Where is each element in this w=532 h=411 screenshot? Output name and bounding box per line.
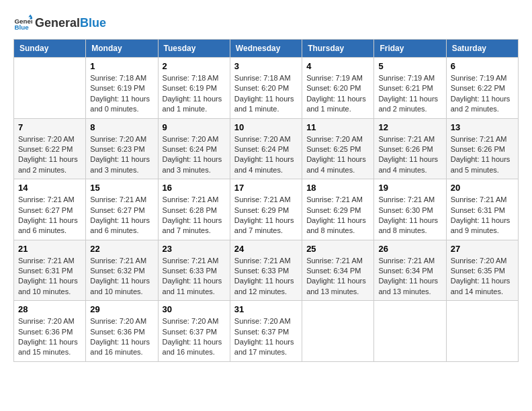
sunset-text: Sunset: 6:30 PM xyxy=(378,205,441,216)
sunrise-text: Sunrise: 7:18 AM xyxy=(163,73,226,83)
sunrise-text: Sunrise: 7:21 AM xyxy=(18,195,81,205)
sunset-text: Sunset: 6:20 PM xyxy=(306,83,369,93)
daylight-text: Daylight: 11 hours and 2 minutes. xyxy=(18,154,81,175)
calendar-cell: 7 Sunrise: 7:20 AM Sunset: 6:22 PM Dayli… xyxy=(14,118,86,179)
daylight-text: Daylight: 11 hours and 4 minutes. xyxy=(306,154,369,175)
calendar-cell xyxy=(446,301,518,362)
calendar-cell: 31 Sunrise: 7:20 AM Sunset: 6:37 PM Dayl… xyxy=(230,301,302,362)
sunrise-text: Sunrise: 7:18 AM xyxy=(234,73,298,83)
day-number: 13 xyxy=(451,122,514,132)
calendar-cell: 29 Sunrise: 7:20 AM Sunset: 6:36 PM Dayl… xyxy=(86,301,158,362)
daylight-text: Daylight: 11 hours and 2 minutes. xyxy=(378,94,441,115)
col-header-tuesday: Tuesday xyxy=(158,40,230,58)
sunset-text: Sunset: 6:26 PM xyxy=(378,144,441,154)
calendar-cell: 24 Sunrise: 7:21 AM Sunset: 6:33 PM Dayl… xyxy=(230,240,302,301)
sunrise-text: Sunrise: 7:20 AM xyxy=(18,316,81,326)
daylight-text: Daylight: 11 hours and 10 minutes. xyxy=(90,276,153,297)
calendar-cell: 22 Sunrise: 7:21 AM Sunset: 6:32 PM Dayl… xyxy=(86,240,158,301)
sunset-text: Sunset: 6:19 PM xyxy=(90,83,153,93)
sunset-text: Sunset: 6:33 PM xyxy=(163,266,226,276)
day-number: 8 xyxy=(90,122,153,132)
day-number: 3 xyxy=(234,61,298,71)
sunrise-text: Sunrise: 7:19 AM xyxy=(378,73,441,83)
day-info: Sunrise: 7:21 AM Sunset: 6:32 PM Dayligh… xyxy=(90,256,153,298)
sunrise-text: Sunrise: 7:20 AM xyxy=(163,316,226,326)
calendar-cell: 27 Sunrise: 7:20 AM Sunset: 6:35 PM Dayl… xyxy=(446,240,518,301)
col-header-thursday: Thursday xyxy=(302,40,374,58)
calendar-cell: 2 Sunrise: 7:18 AM Sunset: 6:19 PM Dayli… xyxy=(158,58,230,119)
calendar-cell: 9 Sunrise: 7:20 AM Sunset: 6:24 PM Dayli… xyxy=(158,118,230,179)
daylight-text: Daylight: 11 hours and 4 minutes. xyxy=(234,154,298,175)
svg-text:Blue: Blue xyxy=(14,24,29,31)
daylight-text: Daylight: 11 hours and 0 minutes. xyxy=(90,94,153,115)
day-info: Sunrise: 7:21 AM Sunset: 6:33 PM Dayligh… xyxy=(163,256,226,298)
calendar-cell: 28 Sunrise: 7:20 AM Sunset: 6:36 PM Dayl… xyxy=(14,301,86,362)
day-info: Sunrise: 7:19 AM Sunset: 6:22 PM Dayligh… xyxy=(451,73,514,115)
calendar-week-1: 1 Sunrise: 7:18 AM Sunset: 6:19 PM Dayli… xyxy=(14,58,519,119)
day-info: Sunrise: 7:21 AM Sunset: 6:31 PM Dayligh… xyxy=(451,195,514,236)
calendar-cell: 19 Sunrise: 7:21 AM Sunset: 6:30 PM Dayl… xyxy=(374,179,446,240)
calendar-week-3: 14 Sunrise: 7:21 AM Sunset: 6:27 PM Dayl… xyxy=(14,179,519,240)
daylight-text: Daylight: 11 hours and 3 minutes. xyxy=(163,154,226,175)
logo: General Blue General Blue xyxy=(13,13,106,32)
sunset-text: Sunset: 6:34 PM xyxy=(378,266,441,276)
day-info: Sunrise: 7:21 AM Sunset: 6:26 PM Dayligh… xyxy=(451,134,514,176)
sunset-text: Sunset: 6:28 PM xyxy=(163,205,226,216)
sunrise-text: Sunrise: 7:20 AM xyxy=(234,316,298,326)
calendar-week-2: 7 Sunrise: 7:20 AM Sunset: 6:22 PM Dayli… xyxy=(14,118,519,179)
daylight-text: Daylight: 11 hours and 7 minutes. xyxy=(163,216,226,236)
day-number: 18 xyxy=(306,183,369,193)
daylight-text: Daylight: 11 hours and 6 minutes. xyxy=(18,216,81,236)
logo-icon: General Blue xyxy=(13,13,32,32)
day-info: Sunrise: 7:18 AM Sunset: 6:19 PM Dayligh… xyxy=(90,73,153,115)
sunset-text: Sunset: 6:22 PM xyxy=(18,144,81,154)
day-info: Sunrise: 7:21 AM Sunset: 6:27 PM Dayligh… xyxy=(90,195,153,236)
calendar-cell: 8 Sunrise: 7:20 AM Sunset: 6:23 PM Dayli… xyxy=(86,118,158,179)
calendar-cell: 20 Sunrise: 7:21 AM Sunset: 6:31 PM Dayl… xyxy=(446,179,518,240)
day-number: 26 xyxy=(378,244,441,254)
day-info: Sunrise: 7:21 AM Sunset: 6:26 PM Dayligh… xyxy=(378,134,441,176)
sunset-text: Sunset: 6:20 PM xyxy=(234,83,298,93)
sunrise-text: Sunrise: 7:21 AM xyxy=(90,195,153,205)
calendar-cell xyxy=(374,301,446,362)
day-number: 1 xyxy=(90,61,153,71)
daylight-text: Daylight: 11 hours and 1 minute. xyxy=(306,94,369,115)
day-info: Sunrise: 7:21 AM Sunset: 6:29 PM Dayligh… xyxy=(234,195,298,236)
sunset-text: Sunset: 6:29 PM xyxy=(234,205,298,216)
calendar-cell: 11 Sunrise: 7:20 AM Sunset: 6:25 PM Dayl… xyxy=(302,118,374,179)
sunset-text: Sunset: 6:32 PM xyxy=(90,266,153,276)
daylight-text: Daylight: 11 hours and 16 minutes. xyxy=(90,337,153,358)
day-info: Sunrise: 7:20 AM Sunset: 6:37 PM Dayligh… xyxy=(234,316,298,358)
daylight-text: Daylight: 11 hours and 8 minutes. xyxy=(378,216,441,236)
day-number: 30 xyxy=(163,304,226,314)
day-info: Sunrise: 7:20 AM Sunset: 6:36 PM Dayligh… xyxy=(18,316,81,358)
sunrise-text: Sunrise: 7:21 AM xyxy=(306,256,369,266)
day-number: 25 xyxy=(306,244,369,254)
sunrise-text: Sunrise: 7:20 AM xyxy=(163,134,226,144)
daylight-text: Daylight: 11 hours and 11 minutes. xyxy=(163,276,226,297)
daylight-text: Daylight: 11 hours and 9 minutes. xyxy=(451,216,514,236)
sunrise-text: Sunrise: 7:21 AM xyxy=(378,195,441,205)
day-info: Sunrise: 7:21 AM Sunset: 6:30 PM Dayligh… xyxy=(378,195,441,236)
day-info: Sunrise: 7:20 AM Sunset: 6:37 PM Dayligh… xyxy=(163,316,226,358)
daylight-text: Daylight: 11 hours and 16 minutes. xyxy=(163,337,226,358)
calendar-cell: 14 Sunrise: 7:21 AM Sunset: 6:27 PM Dayl… xyxy=(14,179,86,240)
sunrise-text: Sunrise: 7:21 AM xyxy=(306,195,369,205)
day-number: 5 xyxy=(378,61,441,71)
daylight-text: Daylight: 11 hours and 8 minutes. xyxy=(306,216,369,236)
day-number: 9 xyxy=(163,122,226,132)
sunrise-text: Sunrise: 7:19 AM xyxy=(451,73,514,83)
svg-marker-2 xyxy=(28,14,32,17)
sunset-text: Sunset: 6:34 PM xyxy=(306,266,369,276)
sunset-text: Sunset: 6:19 PM xyxy=(163,83,226,93)
daylight-text: Daylight: 11 hours and 1 minute. xyxy=(163,94,226,115)
calendar-cell: 1 Sunrise: 7:18 AM Sunset: 6:19 PM Dayli… xyxy=(86,58,158,119)
day-info: Sunrise: 7:21 AM Sunset: 6:31 PM Dayligh… xyxy=(18,256,81,298)
day-number: 6 xyxy=(451,61,514,71)
calendar-header: SundayMondayTuesdayWednesdayThursdayFrid… xyxy=(14,40,519,58)
calendar-cell: 13 Sunrise: 7:21 AM Sunset: 6:26 PM Dayl… xyxy=(446,118,518,179)
calendar-cell xyxy=(302,301,374,362)
page-header: General Blue General Blue xyxy=(13,13,519,32)
daylight-text: Daylight: 11 hours and 13 minutes. xyxy=(378,276,441,297)
sunrise-text: Sunrise: 7:21 AM xyxy=(234,195,298,205)
